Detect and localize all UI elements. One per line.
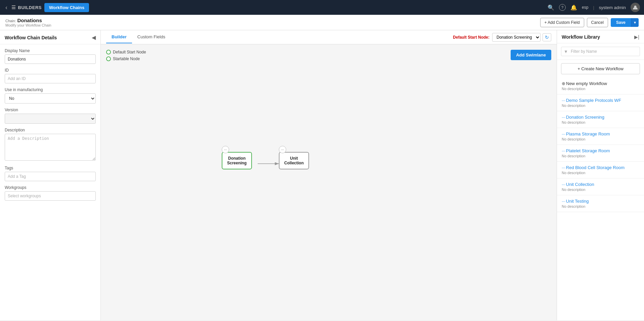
node-box-donation-screening[interactable]: DonationScreening [222, 152, 252, 169]
workflow-list-item[interactable]: ···Red Blood Cell Storage RoomNo descrip… [557, 162, 644, 178]
workflow-item-name: ···Platelet Storage Room [562, 148, 639, 153]
node-menu-button-unit[interactable]: ··· [279, 146, 286, 153]
filter-input[interactable] [561, 47, 640, 56]
legend-default-label: Default Start Node [113, 50, 146, 54]
legend-startable-label: Startable Node [113, 56, 140, 61]
workflow-item-name: ···Demo Sample Protocols WF [562, 98, 639, 103]
workflow-item-desc: No description [562, 87, 639, 91]
left-panel-title: Workflow Chain Details [5, 35, 57, 40]
default-node-select-wrap: Donation Screening ↻ [492, 33, 551, 42]
workflow-item-name: ···Red Blood Cell Storage Room [562, 165, 639, 170]
builders-grid-icon: ☰ [11, 5, 16, 10]
workflow-list-item[interactable]: ···Unit CollectionNo description [557, 178, 644, 195]
tags-label: Tags [5, 166, 96, 170]
id-input[interactable] [5, 74, 96, 83]
workflow-list-item[interactable]: ···Unit TestingNo description [557, 195, 644, 212]
workgroups-input[interactable] [5, 191, 96, 201]
nav-icons: 🔍 ? 🔔 esp | system admin [548, 3, 640, 12]
workflow-list: ⊕New empty WorkflowNo description···Demo… [557, 78, 644, 320]
left-panel-header: Workflow Chain Details ◀ [0, 30, 100, 44]
expand-right-panel-button[interactable]: ▶| [634, 34, 639, 40]
version-field: Version [5, 108, 96, 124]
nav-separator: | [593, 5, 594, 10]
refresh-button[interactable]: ↻ [543, 33, 551, 41]
workflow-item-name: ⊕New empty Workflow [562, 81, 639, 86]
workflow-chains-button[interactable]: Workflow Chains [44, 3, 89, 12]
help-icon[interactable]: ? [559, 4, 566, 11]
user-region: esp [582, 5, 588, 10]
legend-startable: Startable Node [106, 56, 146, 61]
display-name-label: Display Name [5, 48, 96, 53]
workflow-item-desc: No description [562, 137, 639, 141]
display-name-input[interactable] [5, 54, 96, 64]
filter-icon: ▼ [564, 49, 568, 54]
use-in-mfg-field: Use in manufacturing No Yes [5, 87, 96, 104]
use-in-mfg-label: Use in manufacturing [5, 87, 96, 92]
workflow-list-item[interactable]: ···Platelet Storage RoomNo description [557, 145, 644, 162]
workflow-list-item[interactable]: ···Demo Sample Protocols WFNo descriptio… [557, 94, 644, 111]
workflow-item-name: ···Unit Testing [562, 199, 639, 204]
legend-circle-default [106, 50, 111, 54]
add-swimlane-button[interactable]: Add Swimlane [511, 50, 551, 60]
workflow-item-desc: No description [562, 104, 639, 108]
header-actions: + Add Custom Field Cancel Save ▾ [540, 18, 639, 27]
save-button-group: Save ▾ [611, 18, 639, 27]
workflow-list-item[interactable]: ⊕New empty WorkflowNo description [557, 78, 644, 94]
workgroups-label: Workgroups [5, 185, 96, 190]
legend-circle-startable [106, 56, 111, 61]
add-custom-field-button[interactable]: + Add Custom Field [540, 18, 584, 27]
right-panel: Workflow Library ▶| ▼ + Create New Workf… [557, 30, 644, 320]
canvas-svg [101, 44, 557, 320]
save-caret-button[interactable]: ▾ [631, 18, 639, 27]
canvas-area: Default Start Node Startable Node Add Sw… [101, 44, 557, 320]
builders-label: BUILDERS [18, 5, 42, 10]
workflow-list-item[interactable]: ···Donation ScreeningNo description [557, 111, 644, 128]
workflow-list-item[interactable]: ···Plasma Storage RoomNo description [557, 128, 644, 145]
display-name-field: Display Name [5, 48, 96, 64]
description-field: Description [5, 128, 96, 162]
node-menu-button-donation[interactable]: ··· [222, 146, 229, 153]
workflow-item-desc: No description [562, 154, 639, 158]
default-node-select[interactable]: Donation Screening [492, 33, 541, 42]
bell-icon[interactable]: 🔔 [570, 4, 577, 11]
tab-custom-fields[interactable]: Custom Fields [132, 31, 171, 43]
description-label: Description [5, 128, 96, 132]
tabs-bar: Builder Custom Fields Default Start Node… [101, 30, 557, 44]
search-icon[interactable]: 🔍 [548, 4, 554, 11]
legend-default-start: Default Start Node [106, 50, 146, 54]
workflow-item-desc: No description [562, 188, 639, 192]
workflow-item-name: ···Unit Collection [562, 182, 639, 187]
use-in-mfg-select[interactable]: No Yes [5, 93, 96, 104]
right-panel-header: Workflow Library ▶| [557, 30, 644, 43]
right-panel-title: Workflow Library [562, 34, 600, 40]
id-label: ID [5, 68, 96, 73]
workflow-item-name: ···Plasma Storage Room [562, 131, 639, 136]
save-button[interactable]: Save [611, 18, 631, 27]
workflow-item-name: ···Donation Screening [562, 115, 639, 120]
version-select[interactable] [5, 114, 96, 124]
tags-input[interactable] [5, 172, 96, 181]
workflow-item-desc: No description [562, 204, 639, 208]
collapse-left-panel-button[interactable]: ◀ [92, 34, 96, 41]
node-box-unit-collection[interactable]: UnitCollection [279, 152, 309, 169]
back-button[interactable]: ‹ [4, 3, 9, 12]
cancel-button[interactable]: Cancel [587, 18, 608, 27]
user-avatar[interactable] [631, 3, 640, 12]
center-panel: Builder Custom Fields Default Start Node… [101, 30, 557, 320]
workgroups-field: Workgroups [5, 185, 96, 201]
workflow-item-desc: No description [562, 120, 639, 124]
create-new-workflow-button[interactable]: + Create New Workflow [561, 63, 640, 74]
builders-nav: ☰ BUILDERS [11, 5, 42, 10]
node-donation-screening[interactable]: ··· DonationScreening [222, 152, 252, 169]
tab-builder[interactable]: Builder [106, 31, 132, 43]
node-unit-collection[interactable]: ··· UnitCollection [279, 152, 309, 169]
header-title-area: Chain: Donations Modify your Workflow Ch… [5, 17, 540, 27]
description-input[interactable] [5, 134, 96, 161]
chain-name: Donations [17, 17, 42, 23]
filter-input-wrap: ▼ [557, 43, 644, 60]
version-label: Version [5, 108, 96, 112]
header-subtitle: Modify your Workflow Chain [5, 23, 540, 27]
header-bar: Chain: Donations Modify your Workflow Ch… [0, 15, 644, 30]
tags-field: Tags [5, 166, 96, 181]
version-row [5, 114, 96, 124]
